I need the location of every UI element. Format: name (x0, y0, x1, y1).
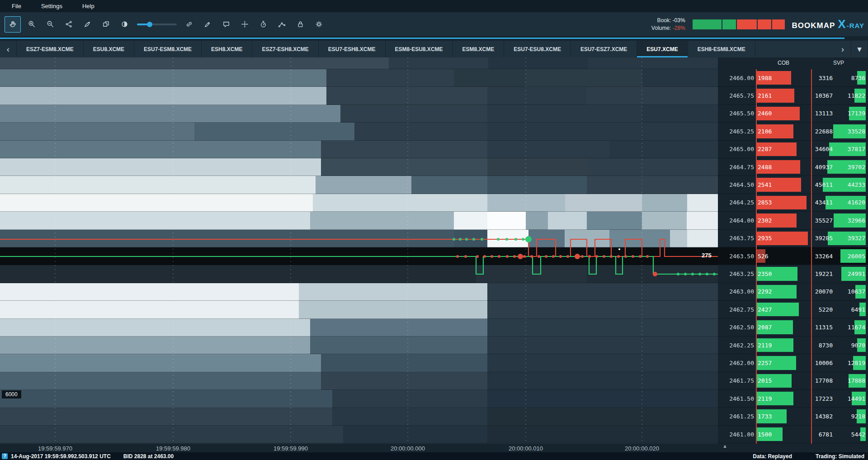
tab-esz7-esm8.xcme[interactable]: ESZ7-ESM8.XCME (17, 41, 84, 57)
tab-esm8-esu8.xcme[interactable]: ESM8-ESU8.XCME (386, 41, 453, 57)
quill-button[interactable] (80, 17, 95, 32)
tab-esu7-esm8.xcme[interactable]: ESU7-ESM8.XCME (134, 41, 202, 57)
main-area: 6000 275 19:59:59.97019:59:59.98019:59:5… (0, 57, 868, 452)
tab-esu7.xcme[interactable]: ESU7.XCME (637, 41, 688, 57)
cob-value: 2161 (758, 87, 772, 104)
time-scrollbar[interactable] (0, 36, 868, 41)
crosshair-button[interactable] (237, 17, 252, 32)
svp-value-2: 26005 (848, 247, 865, 265)
trade-dot (545, 255, 547, 258)
ladder-scroll-up-button[interactable]: ▲ (722, 443, 727, 449)
book-volume-indicator: Book: -03% Volume: -28% (651, 17, 685, 32)
menu-file[interactable]: File (12, 3, 21, 9)
svp-value-1: 8730 (819, 337, 833, 354)
ladder-price: 2463.25 (718, 265, 756, 282)
tabs-dropdown-button[interactable]: ▾ (851, 41, 868, 57)
trade-dot (646, 255, 649, 258)
tab-esu7-esu8.xcme[interactable]: ESU7-ESU8.XCME (504, 41, 571, 57)
share-button[interactable] (61, 17, 76, 32)
svp-value-1: 3316 (819, 69, 833, 86)
tab-list: ESZ7-ESM8.XCMEESU8.XCMEESU7-ESM8.XCMEESH… (17, 41, 755, 57)
zoom-out-button[interactable] (42, 17, 58, 32)
cob-value: 1988 (758, 69, 772, 86)
timer-button[interactable] (255, 17, 271, 32)
time-scrollbar-thumb[interactable] (0, 38, 844, 39)
slider-thumb[interactable] (147, 22, 152, 27)
svp-value-2: 9070 (851, 337, 865, 354)
contrast-button[interactable] (117, 17, 132, 32)
last-trade-size-label: 275 (702, 252, 712, 259)
cob-value: 2853 (758, 194, 772, 211)
menu-bar: File Settings Help (0, 0, 868, 12)
ladder-price: 2465.75 (718, 87, 756, 104)
status-trading-mode: Trading: Simulated (816, 453, 864, 460)
cob-value: 2106 (758, 123, 772, 140)
trade-dot (506, 255, 509, 258)
zoom-in-button[interactable] (24, 17, 39, 32)
tab-esh8.xcme[interactable]: ESH8.XCME (202, 41, 252, 57)
svp-value-1: 22688 (815, 123, 833, 140)
trade-dot (518, 254, 523, 259)
bookmap-window: File Settings Help (0, 0, 868, 460)
menu-settings[interactable]: Settings (41, 3, 62, 9)
layers-button[interactable] (98, 17, 113, 32)
ladder-row-2461.75: 2461.7520151770817888 (718, 372, 868, 390)
zoom-out-icon (46, 20, 55, 28)
tab-esu7-esz7.xcme[interactable]: ESU7-ESZ7.XCME (571, 41, 637, 57)
chat-button[interactable] (218, 17, 234, 32)
time-label: 19:59:59.970 (38, 445, 72, 452)
trade-dot (559, 255, 562, 258)
tab-esh8-esm8.xcme[interactable]: ESH8-ESM8.XCME (688, 41, 755, 57)
ladder-row-2464.50: 2464.5025414501144233 (718, 176, 868, 194)
tab-esu7-esh8.xcme[interactable]: ESU7-ESH8.XCME (319, 41, 386, 57)
cob-value: 2541 (758, 176, 772, 193)
trade-dot (618, 248, 620, 250)
pan-tool-button[interactable] (5, 16, 21, 33)
link-button[interactable] (181, 17, 197, 32)
svp-value-2: 10637 (848, 283, 865, 300)
lock-button[interactable] (292, 17, 308, 32)
ladder-price: 2461.25 (718, 408, 756, 425)
ladder-row-2462.00: 2462.0022571000612819 (718, 354, 868, 372)
trade-dot (684, 273, 687, 275)
trade-dot (497, 238, 500, 241)
heatmap-contrast-slider[interactable] (137, 17, 177, 32)
ladder-price: 2464.50 (718, 176, 756, 193)
draw-button[interactable] (200, 17, 215, 32)
heatmap-chart-canvas[interactable]: 6000 275 (0, 57, 718, 444)
svp-value-2: 6491 (851, 301, 865, 318)
tab-esm8.xcme[interactable]: ESM8.XCME (453, 41, 505, 57)
contrast-icon (120, 20, 129, 28)
tabs-scroll-left-button[interactable]: ‹ (0, 41, 17, 57)
trade-dot (459, 238, 462, 241)
ladder-row-2465.50: 2465.5024601311317139 (718, 105, 868, 123)
tab-esu8.xcme[interactable]: ESU8.XCME (84, 41, 134, 57)
svp-value-1: 11315 (815, 318, 833, 336)
settings-gear-button[interactable] (311, 17, 326, 32)
meter-segment (772, 19, 785, 29)
tabs-scroll-right-button[interactable]: › (835, 41, 851, 57)
tab-esz7-esh8.xcme[interactable]: ESZ7-ESH8.XCME (252, 41, 318, 57)
ladder-row-2463.25: 2463.2523501922124991 (718, 265, 868, 283)
ladder-row-2465.25: 2465.2521062268833528 (718, 123, 868, 140)
cob-value: 2119 (758, 337, 772, 354)
ladder-row-2464.00: 2464.0023023552732966 (718, 212, 868, 229)
pencil-icon (203, 20, 212, 28)
svp-value-2: 9218 (851, 408, 865, 425)
trade-dot (713, 273, 716, 275)
layers-icon (102, 20, 110, 28)
svp-value-1: 19221 (815, 265, 833, 282)
trade-dot (481, 238, 483, 241)
strategies-button[interactable] (274, 17, 289, 32)
book-value: -03% (673, 17, 685, 24)
trade-dot (525, 236, 532, 242)
svp-value-1: 6781 (819, 426, 833, 443)
replay-info-icon[interactable]: ? (2, 453, 8, 459)
ladder-price: 2462.25 (718, 337, 756, 354)
bid-price-line (0, 256, 718, 274)
trade-dot (538, 255, 540, 258)
time-label: 20:00:00.000 (391, 445, 425, 452)
menu-help[interactable]: Help (82, 3, 94, 9)
trade-dot (698, 273, 701, 275)
svp-value-2: 8736 (851, 69, 865, 86)
